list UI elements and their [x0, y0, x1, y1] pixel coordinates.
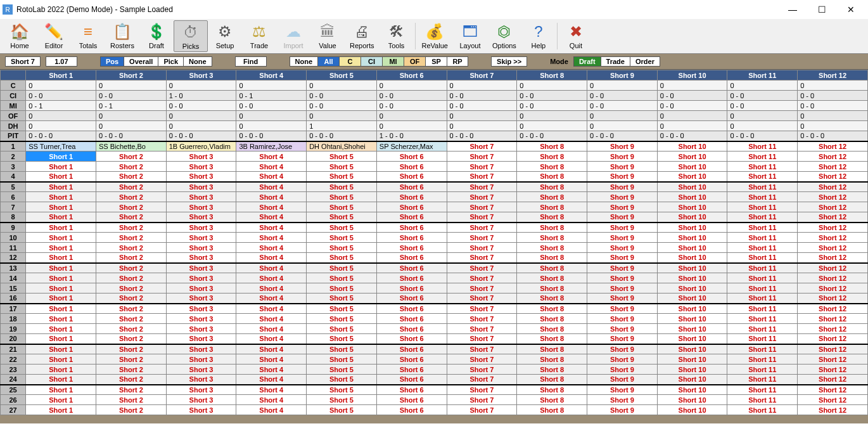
- cell-r22-c11[interactable]: Short 11: [727, 354, 798, 365]
- cell-r25-c1[interactable]: Short 1: [26, 385, 96, 395]
- sum-CI-8[interactable]: 0 - 0: [517, 91, 587, 101]
- cell-r11-c12[interactable]: Short 12: [798, 243, 868, 253]
- sum-CI-6[interactable]: 0 - 0: [376, 91, 447, 101]
- cell-r14-c11[interactable]: Short 11: [727, 273, 798, 283]
- col-header-3[interactable]: Short 3: [166, 70, 236, 81]
- col-header-12[interactable]: Short 12: [798, 70, 868, 81]
- sum-DH-5[interactable]: 1: [307, 121, 377, 131]
- cell-r2-c6[interactable]: Short 6: [376, 152, 447, 162]
- cell-r11-c11[interactable]: Short 11: [727, 243, 798, 253]
- cell-r13-c11[interactable]: Short 11: [727, 263, 798, 273]
- cell-r9-c4[interactable]: Short 4: [236, 223, 307, 233]
- cell-r26-c9[interactable]: Short 9: [587, 395, 658, 405]
- cell-r9-c1[interactable]: Short 1: [26, 223, 96, 233]
- cell-r9-c7[interactable]: Short 7: [447, 223, 517, 233]
- col-header-2[interactable]: Short 2: [96, 70, 166, 81]
- cell-r19-c6[interactable]: Short 6: [376, 324, 447, 334]
- cell-r20-c3[interactable]: Short 3: [166, 334, 236, 344]
- cell-r2-c3[interactable]: Short 3: [166, 152, 236, 162]
- cell-r2-c7[interactable]: Short 7: [447, 152, 517, 162]
- cell-r16-c1[interactable]: Short 1: [26, 294, 96, 304]
- fb-g2-none[interactable]: None: [290, 56, 318, 67]
- cell-r17-c3[interactable]: Short 3: [166, 304, 236, 314]
- cell-r15-c3[interactable]: Short 3: [166, 283, 236, 294]
- cell-r12-c6[interactable]: Short 6: [376, 253, 447, 263]
- fb-g2-all[interactable]: All: [317, 56, 339, 67]
- cell-r13-c2[interactable]: Short 2: [96, 263, 166, 273]
- cell-r2-c12[interactable]: Short 12: [798, 152, 868, 162]
- cell-r23-c2[interactable]: Short 2: [96, 365, 166, 375]
- cell-r17-c11[interactable]: Short 11: [727, 304, 798, 314]
- col-header-10[interactable]: Short 10: [657, 70, 727, 81]
- cell-r8-c2[interactable]: Short 2: [96, 212, 166, 223]
- cell-r9-c10[interactable]: Short 10: [657, 223, 727, 233]
- sum-MI-8[interactable]: 0 - 0: [517, 101, 587, 111]
- cell-r6-c8[interactable]: Short 8: [517, 192, 587, 202]
- cell-r3-c5[interactable]: Short 5: [307, 162, 377, 172]
- cell-r5-c2[interactable]: Short 2: [96, 182, 166, 192]
- cell-r22-c3[interactable]: Short 3: [166, 354, 236, 365]
- cell-r13-c7[interactable]: Short 7: [447, 263, 517, 273]
- cell-r13-c1[interactable]: Short 1: [26, 263, 96, 273]
- cell-r21-c3[interactable]: Short 3: [166, 344, 236, 354]
- sum-DH-1[interactable]: 0: [26, 121, 96, 131]
- cell-r25-c11[interactable]: Short 11: [727, 385, 798, 395]
- cell-r14-c10[interactable]: Short 10: [657, 273, 727, 283]
- cell-r25-c4[interactable]: Short 4: [236, 385, 307, 395]
- sum-MI-5[interactable]: 0 - 0: [307, 101, 377, 111]
- cell-r1-c8[interactable]: Short 8: [517, 141, 587, 152]
- cell-r6-c7[interactable]: Short 7: [447, 192, 517, 202]
- cell-r17-c2[interactable]: Short 2: [96, 304, 166, 314]
- toolbar-tools[interactable]: 🛠Tools: [380, 20, 414, 52]
- sum-MI-10[interactable]: 0 - 0: [657, 101, 727, 111]
- cell-r12-c2[interactable]: Short 2: [96, 253, 166, 263]
- cell-r24-c5[interactable]: Short 5: [307, 375, 377, 385]
- cell-r27-c1[interactable]: Short 1: [26, 405, 96, 415]
- cell-r18-c5[interactable]: Short 5: [307, 314, 377, 324]
- cell-r24-c9[interactable]: Short 9: [587, 375, 658, 385]
- fb-g2-ci[interactable]: CI: [361, 56, 382, 67]
- cell-r16-c7[interactable]: Short 7: [447, 294, 517, 304]
- cell-r7-c8[interactable]: Short 8: [517, 202, 587, 212]
- cell-r4-c6[interactable]: Short 6: [376, 172, 447, 182]
- cell-r19-c4[interactable]: Short 4: [236, 324, 307, 334]
- sum-CI-4[interactable]: 0 - 1: [236, 91, 307, 101]
- cell-r10-c3[interactable]: Short 3: [166, 233, 236, 243]
- cell-r27-c7[interactable]: Short 7: [447, 405, 517, 415]
- close-button[interactable]: ✕: [836, 0, 865, 19]
- sum-CI-3[interactable]: 1 - 0: [166, 91, 236, 101]
- sum-DH-11[interactable]: 0: [727, 121, 798, 131]
- cell-r26-c11[interactable]: Short 11: [727, 395, 798, 405]
- sum-OF-4[interactable]: 0: [236, 111, 307, 121]
- cell-r5-c12[interactable]: Short 12: [798, 182, 868, 192]
- toolbar-picks[interactable]: ⏱Picks: [174, 20, 208, 52]
- fb-g3-order[interactable]: Order: [630, 56, 660, 67]
- cell-r18-c6[interactable]: Short 6: [376, 314, 447, 324]
- cell-r16-c12[interactable]: Short 12: [798, 294, 868, 304]
- sum-PIT-7[interactable]: 0 - 0 - 0: [447, 131, 517, 141]
- cell-r21-c5[interactable]: Short 5: [307, 344, 377, 354]
- cell-r11-c5[interactable]: Short 5: [307, 243, 377, 253]
- sum-PIT-1[interactable]: 0 - 0 - 0: [26, 131, 96, 141]
- cell-r13-c6[interactable]: Short 6: [376, 263, 447, 273]
- cell-r4-c9[interactable]: Short 9: [587, 172, 658, 182]
- cell-r22-c5[interactable]: Short 5: [307, 354, 377, 365]
- fb-g1-pos[interactable]: Pos: [100, 56, 124, 67]
- cell-r17-c12[interactable]: Short 12: [798, 304, 868, 314]
- cell-r3-c12[interactable]: Short 12: [798, 162, 868, 172]
- fb-skip[interactable]: Skip >>: [491, 56, 527, 67]
- cell-r15-c4[interactable]: Short 4: [236, 283, 307, 294]
- sum-OF-5[interactable]: 0: [307, 111, 377, 121]
- cell-r23-c12[interactable]: Short 12: [798, 365, 868, 375]
- cell-r18-c7[interactable]: Short 7: [447, 314, 517, 324]
- cell-r24-c4[interactable]: Short 4: [236, 375, 307, 385]
- cell-r10-c1[interactable]: Short 1: [26, 233, 96, 243]
- cell-r1-c9[interactable]: Short 9: [587, 141, 658, 152]
- cell-r16-c10[interactable]: Short 10: [657, 294, 727, 304]
- cell-r18-c8[interactable]: Short 8: [517, 314, 587, 324]
- sum-C-8[interactable]: 0: [517, 81, 587, 91]
- cell-r19-c2[interactable]: Short 2: [96, 324, 166, 334]
- sum-CI-7[interactable]: 0 - 0: [447, 91, 517, 101]
- sum-C-11[interactable]: 0: [727, 81, 798, 91]
- cell-r3-c4[interactable]: Short 4: [236, 162, 307, 172]
